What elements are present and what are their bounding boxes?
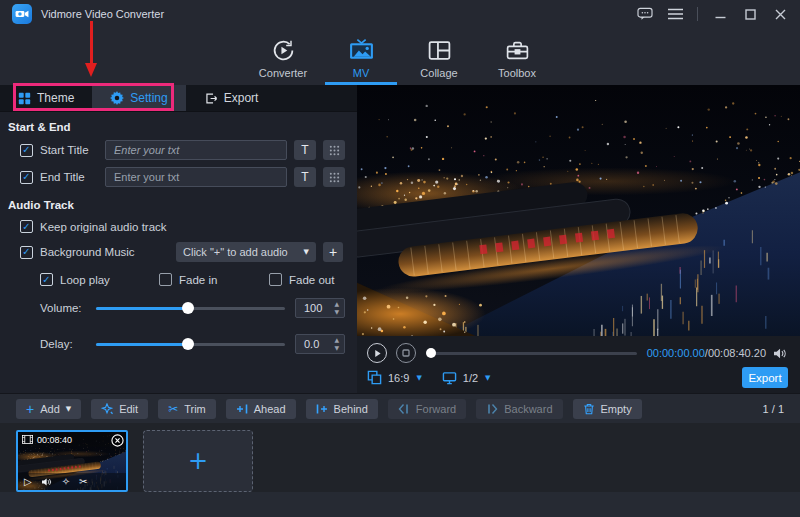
menu-icon[interactable] (667, 6, 683, 22)
start-title-font-button[interactable]: T (294, 140, 316, 160)
clip-info-bar: 00:08:40 (18, 432, 126, 447)
clip-effect-icon[interactable]: ✧ (62, 477, 70, 487)
timeline-clip[interactable]: 00:08:40 ▷ ✧ ✂ (16, 430, 128, 492)
film-icon (22, 435, 33, 444)
delay-row: Delay: 0.0 ▲▼ (12, 334, 345, 354)
spin-down-icon[interactable]: ▼ (334, 345, 339, 351)
nav-tab-collage[interactable]: Collage (403, 28, 475, 85)
clip-toolbar: + Add ▼ Edit ✂ Trim Ahead Behind (0, 393, 800, 423)
window-title: Vidmore Video Converter (41, 8, 164, 20)
end-title-input[interactable] (105, 167, 287, 187)
scissors-icon: ✂ (168, 403, 178, 415)
minimize-icon[interactable] (712, 6, 728, 22)
start-title-checkbox[interactable]: ✓ (20, 144, 33, 157)
start-title-input[interactable] (105, 140, 287, 160)
feedback-icon[interactable] (637, 6, 653, 22)
nav-label: MV (353, 67, 370, 79)
background-music-label: Background Music (40, 246, 135, 258)
current-time: 00:00:00.00 (647, 347, 705, 359)
grid-dots-icon (329, 145, 340, 156)
titlebar: Vidmore Video Converter (0, 0, 800, 28)
fade-out-checkbox[interactable] (269, 273, 282, 286)
play-icon (373, 349, 382, 358)
titlebar-separator (697, 7, 698, 21)
tab-export[interactable]: Export (186, 85, 277, 111)
start-title-row: ✓ Start Title T (12, 140, 345, 160)
speaker-icon (773, 347, 788, 360)
export-button[interactable]: Export (742, 367, 788, 388)
trim-button[interactable]: ✂ Trim (158, 399, 216, 419)
audio-file-dropdown[interactable]: Click "+" to add audio ▼ (176, 242, 316, 262)
delay-value: 0.0 (304, 338, 319, 350)
screen-mode-button[interactable] (442, 371, 457, 385)
nav-tab-mv[interactable]: MV (325, 28, 397, 85)
volume-mute-button[interactable] (773, 347, 788, 360)
spin-up-icon[interactable]: ▲ (334, 337, 339, 343)
spin-down-icon[interactable]: ▼ (334, 309, 339, 315)
end-title-checkbox[interactable]: ✓ (20, 171, 33, 184)
ahead-button[interactable]: Ahead (226, 399, 296, 419)
add-button[interactable]: + Add ▼ (16, 399, 81, 419)
loop-play-label: Loop play (60, 274, 110, 286)
play-button[interactable] (367, 343, 387, 363)
move-forward-icon (398, 403, 410, 415)
close-icon[interactable] (772, 6, 788, 22)
seek-bar[interactable] (428, 347, 637, 359)
delay-value-box[interactable]: 0.0 ▲▼ (295, 334, 345, 354)
annotation-arrow-head (85, 63, 97, 77)
spin-up-icon[interactable]: ▲ (334, 301, 339, 307)
add-audio-button[interactable]: + (323, 242, 343, 262)
keep-original-checkbox[interactable]: ✓ (20, 220, 33, 233)
clip-remove-button[interactable] (111, 434, 124, 450)
audio-dropdown-value: Click "+" to add audio (183, 246, 288, 258)
loop-play-checkbox[interactable]: ✓ (40, 273, 53, 286)
seek-bar-thumb[interactable] (426, 348, 436, 358)
preview-pane: 00:00:00.00/00:08:40.20 16:9 ▼ 1/2 ▼ (357, 85, 800, 393)
clip-tools-bar: ▷ ✧ ✂ (18, 473, 126, 490)
maximize-icon[interactable] (742, 6, 758, 22)
time-display: 00:00:00.00/00:08:40.20 (647, 347, 766, 359)
edit-button[interactable]: Edit (91, 399, 148, 419)
chevron-down-icon[interactable]: ▼ (416, 374, 421, 382)
end-title-position-button[interactable] (323, 167, 345, 187)
stop-button[interactable] (396, 343, 416, 363)
clip-trim-icon[interactable]: ✂ (79, 477, 87, 487)
clip-play-icon[interactable]: ▷ (24, 477, 32, 487)
delay-slider[interactable] (96, 337, 285, 351)
background-music-checkbox[interactable]: ✓ (20, 246, 33, 259)
fade-out-label: Fade out (289, 274, 334, 286)
seek-bar-track (428, 352, 637, 355)
aspect-ratio-icon (367, 370, 382, 385)
delay-spinner[interactable]: ▲▼ (334, 337, 339, 351)
volume-spinner[interactable]: ▲▼ (334, 301, 339, 315)
trash-icon (583, 403, 595, 415)
speaker-icon (41, 477, 53, 487)
volume-slider-thumb[interactable] (182, 302, 194, 314)
chevron-down-icon[interactable]: ▼ (485, 374, 490, 382)
aspect-ratio-button[interactable] (367, 370, 382, 385)
aspect-ratio-value: 16:9 (388, 372, 409, 384)
clip-audio-button[interactable] (41, 477, 53, 487)
add-clip-slot[interactable]: + (143, 430, 253, 492)
app-logo-icon (12, 4, 32, 24)
volume-slider[interactable] (96, 301, 285, 315)
start-title-position-button[interactable] (323, 140, 345, 160)
annotation-arrow-shaft (90, 21, 93, 63)
section-heading-audio: Audio Track (8, 199, 345, 211)
behind-button[interactable]: Behind (306, 399, 378, 419)
nav-tab-toolbox[interactable]: Toolbox (481, 28, 553, 85)
fade-in-checkbox[interactable] (159, 273, 172, 286)
loop-fade-row: ✓ Loop play Fade in Fade out (12, 273, 345, 286)
end-title-font-button[interactable]: T (294, 167, 316, 187)
volume-value: 100 (304, 302, 322, 314)
delay-slider-thumb[interactable] (182, 338, 194, 350)
main-area: Theme Setting Export Start & End ✓ Start… (0, 85, 800, 393)
insert-ahead-icon (236, 403, 248, 415)
volume-value-box[interactable]: 100 ▲▼ (295, 298, 345, 318)
background-music-row: ✓ Background Music Click "+" to add audi… (12, 242, 345, 262)
monitor-icon (442, 371, 457, 385)
move-backward-icon (486, 403, 498, 415)
clip-counter: 1 / 1 (763, 403, 784, 415)
nav-tab-converter[interactable]: Converter (247, 28, 319, 85)
empty-button[interactable]: Empty (573, 399, 642, 419)
